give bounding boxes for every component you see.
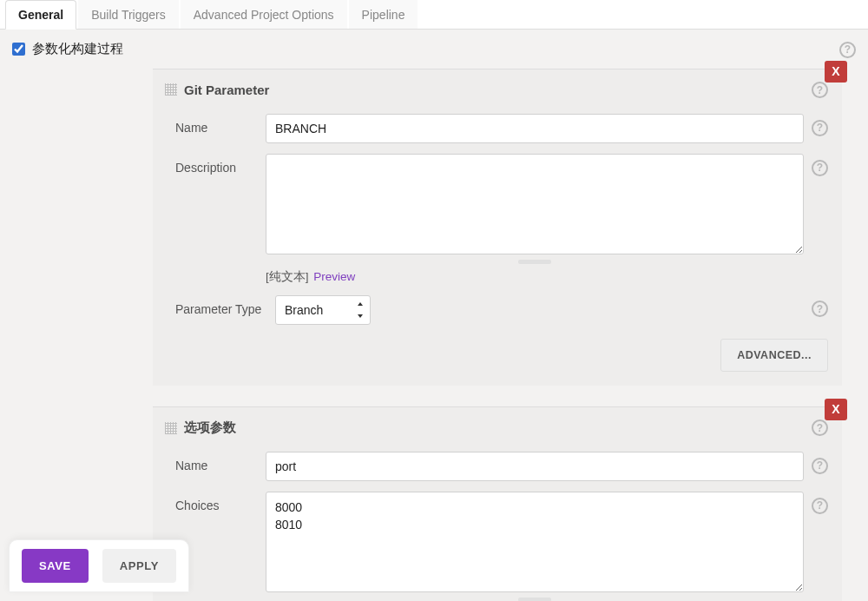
- page-body: 参数化构建过程 ? X Git Parameter ? Name ? Descr…: [0, 30, 868, 601]
- parametrized-build-row: 参数化构建过程 ?: [0, 30, 868, 69]
- help-icon[interactable]: ?: [812, 300, 828, 317]
- section-title: Git Parameter: [184, 83, 269, 97]
- choice-param-choices-textarea[interactable]: 8000 8010: [266, 492, 804, 592]
- close-icon[interactable]: X: [825, 61, 847, 83]
- parametrized-build-label: 参数化构建过程: [32, 41, 123, 57]
- choice-param-name-input[interactable]: [266, 452, 804, 481]
- section-choice-parameter: X 选项参数 ? Name ? Choices 8000 8010 ?: [153, 406, 842, 601]
- drag-handle-icon[interactable]: [165, 83, 177, 96]
- help-icon[interactable]: ?: [812, 160, 828, 176]
- main-area: X Git Parameter ? Name ? Description: [153, 69, 868, 602]
- parameter-type-select[interactable]: Branch: [275, 295, 371, 325]
- label-choices: Choices: [175, 492, 266, 512]
- help-icon[interactable]: ?: [812, 82, 828, 98]
- config-tabs: General Build Triggers Advanced Project …: [0, 0, 868, 30]
- tab-advanced-project-options[interactable]: Advanced Project Options: [181, 0, 347, 29]
- advanced-button[interactable]: ADVANCED...: [720, 339, 828, 372]
- resize-grip-icon[interactable]: [518, 260, 551, 264]
- label-name: Name: [175, 452, 266, 472]
- git-param-description-textarea[interactable]: [266, 154, 804, 254]
- help-icon[interactable]: ?: [812, 458, 828, 474]
- apply-button[interactable]: APPLY: [102, 549, 176, 583]
- help-icon[interactable]: ?: [839, 42, 856, 58]
- tab-general[interactable]: General: [5, 0, 76, 30]
- label-name: Name: [175, 114, 266, 135]
- label-description: Description: [175, 154, 266, 175]
- preview-link[interactable]: Preview: [313, 270, 355, 283]
- help-icon[interactable]: ?: [812, 419, 828, 436]
- resize-grip-icon[interactable]: [518, 598, 551, 601]
- bottom-toolbar: SAVE APPLY: [9, 539, 189, 592]
- git-param-name-input[interactable]: [266, 114, 804, 143]
- plain-text-label: [纯文本]: [266, 270, 309, 283]
- tab-pipeline[interactable]: Pipeline: [349, 0, 418, 29]
- help-icon[interactable]: ?: [812, 120, 828, 136]
- section-git-parameter: X Git Parameter ? Name ? Description: [153, 69, 842, 386]
- save-button[interactable]: SAVE: [22, 549, 89, 583]
- close-icon[interactable]: X: [825, 399, 847, 420]
- label-parameter-type: Parameter Type: [175, 295, 275, 316]
- help-icon[interactable]: ?: [812, 498, 828, 514]
- drag-handle-icon[interactable]: [165, 422, 177, 434]
- tab-build-triggers[interactable]: Build Triggers: [78, 0, 179, 29]
- parametrized-build-checkbox[interactable]: [12, 43, 25, 56]
- section-title: 选项参数: [184, 419, 236, 436]
